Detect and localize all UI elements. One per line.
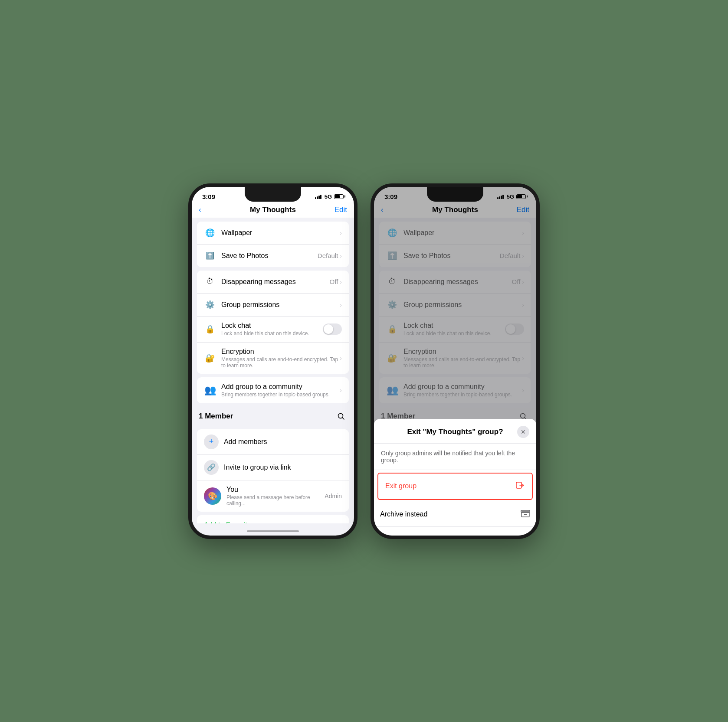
phones-container: 3:09 5G ‹ My Thoughts (188, 183, 540, 539)
search-icon-1 (337, 412, 345, 420)
members-header-1: 1 Member (197, 403, 349, 426)
phone-2: 3:09 5G ‹ My Thoughts (371, 183, 540, 539)
add-community-item-1[interactable]: 👥 Add group to a community Bring members… (197, 377, 349, 403)
svg-rect-7 (521, 510, 530, 512)
user-avatar-1: 🎨 (204, 487, 221, 505)
chevron-icon: › (340, 301, 342, 308)
modal-overlay-2: Exit "My Thoughts" group? ✕ Only group a… (374, 187, 536, 536)
exit-icon (515, 480, 525, 492)
archive-icon (521, 509, 530, 520)
wallpaper-item-1[interactable]: 🌐 Wallpaper › (197, 222, 349, 245)
add-member-circle-1: + (204, 435, 219, 449)
status-icons-1: 5G (315, 193, 344, 200)
member-search-button-1[interactable] (335, 410, 347, 422)
modal-description: Only group admins will be notified that … (374, 444, 536, 470)
community-icon-1: 👥 (204, 384, 216, 396)
exit-group-modal: Exit "My Thoughts" group? ✕ Only group a… (374, 419, 536, 536)
phone-1-inner: 3:09 5G ‹ My Thoughts (192, 187, 354, 536)
chevron-icon: › (340, 387, 342, 394)
archive-instead-button[interactable]: Archive instead (374, 503, 536, 527)
action-buttons-1: Add to Favorites Export chat Clear chat (197, 515, 349, 523)
disappearing-messages-item-1[interactable]: ⏱ Disappearing messages Off › (197, 271, 349, 294)
phone-1: 3:09 5G ‹ My Thoughts (188, 183, 357, 539)
add-favorites-button-1[interactable]: Add to Favorites (197, 515, 349, 523)
disappearing-icon-1: ⏱ (204, 276, 216, 288)
nav-bar-1: ‹ My Thoughts Edit (192, 202, 354, 218)
lock-toggle-1[interactable] (323, 323, 342, 335)
link-circle-1: 🔗 (204, 460, 219, 475)
network-label-1: 5G (325, 193, 332, 200)
home-indicator-1 (247, 530, 299, 532)
members-list-1: + Add members 🔗 Invite to group via link (197, 429, 349, 512)
nav-title-1: My Thoughts (216, 206, 330, 214)
chevron-icon: › (340, 355, 342, 362)
battery-icon-1 (334, 194, 344, 199)
group-permissions-item-1[interactable]: ⚙️ Group permissions › (197, 294, 349, 317)
save-photos-icon-1: ⬆️ (204, 250, 216, 262)
lock-chat-item-1[interactable]: 🔒 Lock chat Lock and hide this chat on t… (197, 317, 349, 343)
media-section-1: 🌐 Wallpaper › ⬆️ Save to Photos (197, 222, 349, 267)
svg-line-1 (343, 418, 344, 419)
settings-section-1: ⏱ Disappearing messages Off › ⚙️ Group p… (197, 271, 349, 374)
you-item-1[interactable]: 🎨 You Please send a message here before … (197, 480, 349, 512)
members-section-1: 1 Member + Add members (192, 403, 354, 512)
edit-button-1[interactable]: Edit (330, 206, 347, 214)
members-title-1: 1 Member (199, 412, 233, 421)
community-section-1: 👥 Add group to a community Bring members… (197, 377, 349, 403)
group-perm-icon-1: ⚙️ (204, 299, 216, 311)
chevron-icon: › (340, 252, 342, 259)
signal-bars-1 (315, 194, 321, 199)
exit-group-modal-highlighted: Exit group (377, 473, 533, 500)
encryption-item-1[interactable]: 🔐 Encryption Messages and calls are end-… (197, 343, 349, 374)
save-photos-item-1[interactable]: ⬆️ Save to Photos Default › (197, 245, 349, 267)
exit-group-modal-button[interactable]: Exit group (378, 474, 532, 499)
modal-header: Exit "My Thoughts" group? ✕ (374, 419, 536, 444)
phone-2-inner: 3:09 5G ‹ My Thoughts (374, 187, 536, 536)
wallpaper-icon-1: 🌐 (204, 227, 216, 239)
chevron-icon: › (340, 229, 342, 236)
scroll-content-1: 🌐 Wallpaper › ⬆️ Save to Photos (192, 218, 354, 523)
back-button-1[interactable]: ‹ (199, 206, 216, 214)
add-members-item-1[interactable]: + Add members (197, 429, 349, 455)
modal-title: Exit "My Thoughts" group? (393, 428, 517, 436)
encryption-icon-1: 🔐 (204, 352, 216, 364)
invite-link-item-1[interactable]: 🔗 Invite to group via link (197, 455, 349, 480)
status-bar-1: 3:09 5G (192, 187, 354, 202)
chevron-icon: › (340, 278, 342, 285)
status-time-1: 3:09 (202, 193, 215, 200)
modal-close-button[interactable]: ✕ (517, 426, 529, 438)
lock-icon-1: 🔒 (204, 323, 216, 335)
svg-point-0 (338, 413, 343, 418)
